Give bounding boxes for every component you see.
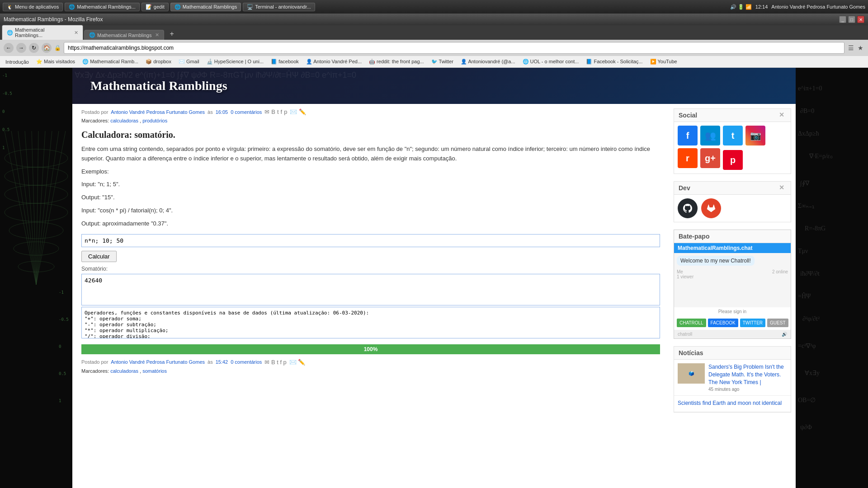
svg-text:ψ∂Φ: ψ∂Φ: [800, 424, 812, 431]
post1-email-icon[interactable]: ✉: [264, 108, 269, 115]
forward-button[interactable]: →: [16, 43, 26, 53]
bookmark-math-ramb[interactable]: 🌐 Mathematical Ramb...: [80, 58, 141, 66]
post2-comments-link[interactable]: 0 comentários: [231, 359, 262, 365]
taskbar-item-3[interactable]: 🖥️ Terminal - antoniovandr...: [243, 3, 315, 11]
post1-pinterest-share-icon[interactable]: p: [284, 108, 287, 115]
bookmark-star-button[interactable]: ★: [857, 43, 864, 52]
chat-facebook-button[interactable]: FACEBOOK: [708, 319, 738, 327]
post2-labels: Marcadores: calculadoras , somatórios: [81, 368, 660, 374]
post2-author-link[interactable]: Antonio Vandré Pedrosa Furtunato Gomes: [111, 359, 205, 365]
taskbar-item-2[interactable]: 🌐 Mathematical Ramblings: [170, 3, 241, 11]
taskbar-app-menu[interactable]: 🐧 Menu de aplicativos: [3, 3, 63, 11]
news-item-0-title[interactable]: Sanders's Big Problem Isn't the Delegate…: [708, 363, 787, 386]
bookmark-youtube[interactable]: ▶️ YouTube: [647, 58, 680, 66]
chat-please-signin: Please sign in: [674, 307, 791, 316]
chat-chatroll-label: chatroll: [678, 332, 692, 337]
calc-expression-input[interactable]: [81, 234, 660, 247]
calc-output-textarea[interactable]: 42640: [81, 274, 660, 305]
taskbar-item-1-icon: 📝: [146, 4, 152, 10]
post2-label-somatorios[interactable]: somatórios: [142, 368, 167, 374]
chat-twitter-button[interactable]: TWITTER: [740, 319, 765, 327]
bookmark-facebook[interactable]: 📘 facebook: [268, 58, 302, 66]
blog-header: ∀x∃y Δx·Δp≥ħ/2 e^(iπ)+1=0 ∫∮∇ ψ∂Φ R=-8πG…: [72, 68, 796, 104]
bookmark-facebook-sol[interactable]: 📘 Facebook - Solicitaç...: [583, 58, 645, 66]
svg-text:iħ∂Ψ/∂t: iħ∂Ψ/∂t: [800, 270, 820, 277]
os-taskbar: 🐧 Menu de aplicativos 🌐 Mathematical Ram…: [0, 0, 868, 14]
news-item-1-title[interactable]: Scientists find Earth and moon not ident…: [678, 399, 787, 407]
post1-blogthis-icon[interactable]: B: [271, 108, 275, 115]
social-pinterest-button[interactable]: p: [723, 150, 743, 170]
social-myspace-button[interactable]: 👥: [700, 126, 720, 145]
post1-body-p5: Input: "cos(n * pi) / fatorial(n); 0; 4"…: [81, 206, 660, 216]
tab-1-close[interactable]: ✕: [155, 32, 159, 38]
reload-button[interactable]: ↻: [29, 43, 39, 53]
post1-comments-link[interactable]: 0 comentários: [231, 109, 262, 115]
progress-bar-label: 100%: [364, 346, 378, 352]
dev-gitlab-button[interactable]: [701, 198, 721, 218]
bookmark-antonio[interactable]: 👤 Antonio Vandré Ped...: [303, 58, 364, 66]
bookmark-hypescience[interactable]: 🔬 HypeScience | O uni...: [204, 58, 266, 66]
svg-text:e^iπ+1=0: e^iπ+1=0: [798, 85, 822, 92]
svg-text:=ĤΨ: =ĤΨ: [798, 292, 811, 300]
post1-time-label: às: [208, 109, 213, 115]
chat-guest-button[interactable]: GUEST: [767, 319, 788, 327]
bookmark-introducao[interactable]: Introdução: [3, 58, 32, 66]
tab-1[interactable]: 🌐 Mathematical Ramblings ✕: [84, 30, 164, 40]
post1-label-produtorios[interactable]: produtórios: [142, 118, 167, 123]
post1-twitter-share-icon[interactable]: t: [277, 108, 279, 115]
window-minimize-button[interactable]: _: [839, 16, 846, 23]
post2-meta: Postado por Antonio Vandré Pedrosa Furtu…: [81, 359, 660, 366]
bookmark-antoniovandre[interactable]: 👤 Antoniovandré (@a...: [458, 58, 518, 66]
new-tab-button[interactable]: +: [165, 28, 178, 40]
svg-text:ΔxΔp≥ħ: ΔxΔp≥ħ: [798, 130, 819, 137]
taskbar-right: 🔊 🔋 📶 12:14 Antonio Vandré Pedrosa Furtu…: [730, 4, 865, 10]
bookmark-dropbox[interactable]: 📦 dropbox: [143, 58, 174, 66]
post2-label-calculadoras[interactable]: calculadoras: [110, 368, 138, 374]
taskbar-item-0-icon: 🌐: [69, 4, 75, 10]
post1-author-link[interactable]: Antonio Vandré Pedrosa Furtunato Gomes: [111, 109, 205, 115]
dev-github-button[interactable]: [678, 198, 698, 218]
chat-widget-title: Bate-papo: [674, 230, 791, 243]
svg-text:0.5: 0.5: [2, 127, 9, 132]
calc-button[interactable]: Calcular: [81, 251, 117, 262]
social-googleplus-button[interactable]: g+: [700, 148, 720, 168]
post2-time-link[interactable]: 15:42: [216, 359, 228, 365]
post1-facebook-share-icon[interactable]: f: [281, 108, 283, 115]
home-button[interactable]: 🏠: [42, 43, 52, 53]
post1-label-calculadoras[interactable]: calculadoras: [110, 118, 138, 123]
urlbar-icons: ☰ ★: [847, 43, 864, 52]
bookmark-uol[interactable]: 🌐 UOL - o melhor cont...: [520, 58, 582, 66]
dev-widget-close[interactable]: ✕: [777, 184, 786, 191]
post1-time-link[interactable]: 16:05: [216, 109, 228, 115]
social-facebook-button[interactable]: f: [678, 126, 698, 145]
window-maximize-button[interactable]: □: [848, 16, 855, 23]
news-title-text: Notícias: [679, 349, 703, 357]
post1-title: Calculadora: somatório.: [81, 130, 660, 140]
svg-text:1: 1: [2, 145, 5, 150]
taskbar-item-1[interactable]: 📝 gedit: [142, 3, 169, 11]
calc-info-textarea[interactable]: Operadores, funções e constantes disponí…: [81, 307, 660, 338]
bookmark-reddit[interactable]: 🤖 reddit: the front pag...: [366, 58, 427, 66]
chat-chatroll-button[interactable]: CHATROLL: [677, 319, 706, 327]
bookmark-mais-visitados[interactable]: ⭐ Mais visitados: [33, 58, 78, 66]
chat-sound-icon[interactable]: 🔊: [782, 332, 787, 337]
bookmark-twitter[interactable]: 🐦 Twitter: [429, 58, 456, 66]
tab-0[interactable]: 🌐 Mathematical Ramblings... ✕: [2, 25, 83, 40]
social-reddit-button[interactable]: r: [678, 148, 698, 168]
taskbar-item-0[interactable]: 🌐 Mathematical Ramblings...: [65, 3, 140, 11]
tab-0-close[interactable]: ✕: [74, 30, 78, 36]
calc-output-label: Somatório:: [81, 266, 660, 272]
svg-text:-1: -1: [2, 73, 7, 78]
social-widget-close[interactable]: ✕: [777, 112, 786, 118]
svg-text:-0.5: -0.5: [2, 91, 12, 96]
url-bar[interactable]: [64, 42, 844, 54]
social-twitter-button[interactable]: t: [723, 126, 743, 145]
taskbar-item-0-label: Mathematical Ramblings...: [77, 4, 136, 9]
reader-mode-button[interactable]: ☰: [847, 43, 855, 52]
bookmark-gmail[interactable]: ✉️ Gmail: [176, 58, 202, 66]
back-button[interactable]: ←: [4, 43, 14, 53]
dev-widget: Dev ✕: [674, 181, 791, 222]
window-close-button[interactable]: ✕: [857, 16, 864, 23]
tab-1-label: Mathematical Ramblings: [97, 33, 151, 38]
social-instagram-button[interactable]: 📷: [745, 126, 765, 145]
